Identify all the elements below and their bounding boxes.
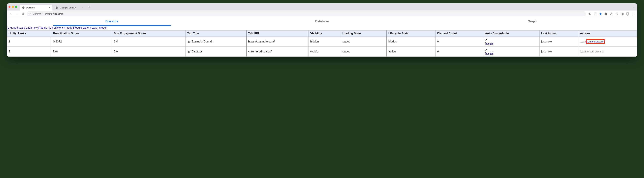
- cell-reactivation: N/A: [51, 47, 112, 57]
- discards-table: Utility Rank▲ Reactivation Score Site En…: [7, 30, 637, 57]
- check-icon: ✔: [485, 38, 538, 42]
- forward-button[interactable]: →: [14, 11, 20, 16]
- share-icon[interactable]: [594, 12, 597, 16]
- svg-point-1: [30, 13, 30, 14]
- cell-loading: loaded: [340, 47, 386, 57]
- cell-visibility: hidden: [308, 37, 340, 47]
- cell-last-active: just now: [540, 37, 578, 47]
- minimize-window-button[interactable]: [12, 6, 14, 8]
- kebab-menu-icon[interactable]: [632, 12, 634, 16]
- globe-icon: [188, 40, 190, 43]
- load-link: [Load]: [580, 50, 586, 53]
- col-site-engagement[interactable]: Site Engagement Score: [112, 30, 186, 37]
- svg-point-12: [633, 14, 633, 14]
- zoom-icon[interactable]: [588, 12, 591, 16]
- col-loading-state[interactable]: Loading State: [340, 30, 386, 37]
- bookmark-star-icon[interactable]: [599, 12, 602, 16]
- top-action-links: [Urgent discard a tab now][Toggle high e…: [7, 26, 637, 30]
- cell-auto-discardable: ✔ [Toggle]: [483, 47, 540, 57]
- col-last-active[interactable]: Last Active: [540, 30, 578, 37]
- close-tab-icon[interactable]: ×: [49, 6, 50, 9]
- cell-discard-count: 0: [436, 47, 483, 57]
- cell-auto-discardable: ✔ [Toggle]: [483, 37, 540, 47]
- globe-icon: [188, 50, 190, 53]
- col-tab-title[interactable]: Tab Title: [186, 30, 246, 37]
- cell-engagement: 6.4: [112, 37, 186, 47]
- cell-url: chrome://discards/: [246, 47, 308, 57]
- toggle-high-efficiency-link[interactable]: [Toggle high efficiency mode]: [38, 26, 73, 29]
- tabs-dropdown-icon[interactable]: ⌄: [632, 6, 636, 9]
- page-content: Discards Database Graph [Urgent discard …: [7, 17, 637, 57]
- omnibox-url: chrome://discards: [44, 12, 63, 15]
- cell-lifecycle: active: [386, 47, 436, 57]
- toggle-auto-discardable-link[interactable]: [Toggle]: [485, 42, 493, 45]
- col-reactivation-score[interactable]: Reactivation Score: [51, 30, 112, 37]
- toggle-auto-discardable-link[interactable]: [Toggle]: [485, 52, 493, 55]
- profile-avatar[interactable]: [626, 12, 629, 16]
- cell-loading: loaded: [340, 37, 386, 47]
- globe-icon: [22, 6, 25, 9]
- new-tab-button[interactable]: +: [87, 4, 92, 9]
- cell-engagement: 0.0: [112, 47, 186, 57]
- cell-reactivation: 0.8372: [51, 37, 112, 47]
- col-visibility[interactable]: Visibility: [308, 30, 340, 37]
- svg-line-3: [590, 14, 591, 15]
- urgent-discard-link[interactable]: [Urgent Discard]: [587, 40, 604, 43]
- svg-point-11: [633, 13, 633, 13]
- cell-rank: 2: [7, 47, 52, 57]
- cell-visibility: visible: [308, 47, 340, 57]
- col-discard-count[interactable]: Discard Count: [436, 30, 483, 37]
- chrome-icon: [29, 12, 32, 15]
- col-utility-rank[interactable]: Utility Rank▲: [7, 30, 52, 37]
- sort-asc-icon: ▲: [24, 32, 27, 35]
- toolbar-actions: [587, 12, 636, 16]
- extensions-icon[interactable]: [604, 12, 608, 16]
- page-tab-database[interactable]: Database: [217, 17, 427, 26]
- page-tab-graph[interactable]: Graph: [427, 17, 637, 26]
- svg-point-10: [627, 13, 628, 14]
- cell-title: Example Domain: [186, 37, 246, 47]
- table-header-row: Utility Rank▲ Reactivation Score Site En…: [7, 30, 637, 37]
- omnibox-scheme-label: Chrome: [33, 12, 41, 15]
- urgent-discard-link: [Urgent Discard]: [586, 50, 604, 53]
- check-icon: ✔: [485, 48, 538, 52]
- back-button[interactable]: ←: [8, 11, 14, 16]
- labs-icon[interactable]: [610, 12, 613, 16]
- window-controls: [8, 6, 17, 8]
- cell-actions: [Load][Urgent Discard]: [578, 47, 637, 57]
- sidepanel-icon[interactable]: [621, 12, 624, 16]
- cell-discard-count: 0: [436, 37, 483, 47]
- page-tab-discards[interactable]: Discards: [7, 17, 217, 26]
- col-lifecycle-state[interactable]: Lifecycle State: [386, 30, 436, 37]
- reload-button[interactable]: ⟳: [21, 11, 26, 16]
- tab-title: Discards: [26, 6, 35, 9]
- tab-title: Example Domain: [60, 6, 76, 9]
- cell-lifecycle: hidden: [386, 37, 436, 47]
- svg-point-13: [633, 14, 633, 15]
- close-tab-icon[interactable]: ×: [82, 6, 84, 9]
- cell-last-active: just now: [540, 47, 578, 57]
- close-window-button[interactable]: [8, 6, 10, 8]
- col-auto-discardable[interactable]: Auto Discardable: [483, 30, 540, 37]
- svg-rect-8: [621, 13, 623, 15]
- browser-window: Discards × Example Domain × + ⌄ ← → ⟳ Ch…: [7, 4, 637, 57]
- col-actions[interactable]: Actions: [578, 30, 637, 37]
- browser-tab-discards[interactable]: Discards ×: [20, 5, 52, 10]
- cell-title: Discards: [186, 47, 246, 57]
- toolbar: ← → ⟳ Chrome | chrome://discards: [7, 10, 637, 17]
- toggle-battery-saver-link[interactable]: [Toggle battery saver mode]: [73, 26, 106, 29]
- cell-url: https://example.com/: [246, 37, 308, 47]
- col-tab-url[interactable]: Tab URL: [246, 30, 308, 37]
- table-row: 1 0.8372 6.4 Example Domain https://exam…: [7, 37, 637, 47]
- omnibox-separator: |: [42, 12, 43, 15]
- load-link: [Load]: [580, 40, 586, 43]
- gauge-icon[interactable]: [615, 12, 618, 16]
- titlebar: Discards × Example Domain × + ⌄: [7, 4, 637, 10]
- globe-icon: [56, 6, 58, 9]
- maximize-window-button[interactable]: [15, 6, 17, 8]
- table-row: 2 N/A 0.0 Discards chrome://discards/ vi…: [7, 47, 637, 57]
- omnibox[interactable]: Chrome | chrome://discards: [27, 11, 586, 16]
- urgent-discard-now-link[interactable]: [Urgent discard a tab now]: [7, 26, 38, 29]
- page-tabs: Discards Database Graph: [7, 17, 637, 26]
- browser-tab-example[interactable]: Example Domain ×: [54, 5, 86, 10]
